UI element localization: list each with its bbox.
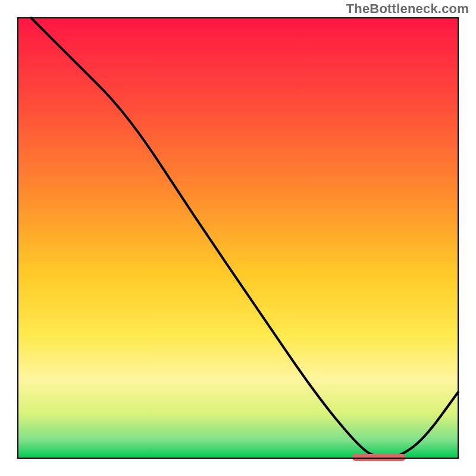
watermark-text: TheBottleneck.com: [346, 1, 469, 17]
bottleneck-chart: [0, 0, 476, 476]
plot-background: [18, 18, 458, 458]
chart-container: TheBottleneck.com: [0, 0, 476, 476]
